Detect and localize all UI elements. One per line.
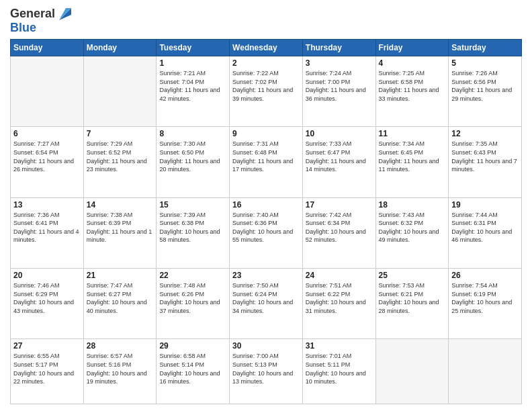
day-info: Sunset: 6:26 PM <box>159 290 226 299</box>
day-info: Daylight: 10 hours and 22 minutes. <box>13 369 81 386</box>
day-info: Sunrise: 7:30 AM <box>159 140 226 148</box>
day-info: Sunrise: 7:00 AM <box>232 352 300 361</box>
day-number: 7 <box>87 129 154 138</box>
day-number: 15 <box>159 200 226 210</box>
day-info: Daylight: 11 hours and 26 minutes. <box>13 157 81 174</box>
day-info: Sunset: 5:16 PM <box>87 361 154 369</box>
day-info: Daylight: 11 hours and 23 minutes. <box>87 157 154 174</box>
header: General Blue <box>10 7 522 35</box>
day-number: 25 <box>379 271 446 280</box>
day-number: 20 <box>13 271 81 280</box>
day-info: Sunrise: 6:55 AM <box>13 352 81 361</box>
weekday-header-friday: Friday <box>375 40 449 56</box>
calendar-cell: 9Sunrise: 7:31 AMSunset: 6:48 PMDaylight… <box>230 127 303 197</box>
calendar-cell: 4Sunrise: 7:25 AMSunset: 6:58 PMDaylight… <box>375 56 449 127</box>
week-row-2: 6Sunrise: 7:27 AMSunset: 6:54 PMDaylight… <box>11 127 522 197</box>
day-number: 16 <box>232 200 300 210</box>
day-info: Daylight: 10 hours and 37 minutes. <box>159 298 226 315</box>
day-info: Sunrise: 7:50 AM <box>232 281 300 290</box>
week-row-3: 13Sunrise: 7:36 AMSunset: 6:41 PMDayligh… <box>11 197 522 268</box>
calendar-cell: 23Sunrise: 7:50 AMSunset: 6:24 PMDayligh… <box>230 269 303 339</box>
week-row-1: 1Sunrise: 7:21 AMSunset: 7:04 PMDaylight… <box>11 56 522 127</box>
day-info: Daylight: 10 hours and 13 minutes. <box>232 369 300 386</box>
day-info: Daylight: 10 hours and 49 minutes. <box>379 228 446 244</box>
day-info: Sunrise: 7:24 AM <box>306 69 373 78</box>
calendar-cell: 29Sunrise: 6:58 AMSunset: 5:14 PMDayligh… <box>157 339 230 404</box>
day-number: 26 <box>451 271 519 280</box>
calendar-cell: 8Sunrise: 7:30 AMSunset: 6:50 PMDaylight… <box>157 127 230 197</box>
calendar-cell: 26Sunrise: 7:54 AMSunset: 6:19 PMDayligh… <box>449 269 522 339</box>
logo-general-text: General <box>10 7 55 21</box>
day-info: Sunrise: 7:43 AM <box>379 211 446 220</box>
calendar-cell: 31Sunrise: 7:01 AMSunset: 5:11 PMDayligh… <box>302 339 375 404</box>
day-number: 28 <box>87 341 154 351</box>
day-info: Sunrise: 7:01 AM <box>306 352 373 361</box>
calendar-cell: 10Sunrise: 7:33 AMSunset: 6:47 PMDayligh… <box>302 127 375 197</box>
day-info: Sunrise: 6:58 AM <box>159 352 226 361</box>
weekday-header-sunday: Sunday <box>11 40 84 56</box>
day-number: 1 <box>159 58 226 68</box>
logo: General Blue <box>10 7 71 35</box>
calendar-cell: 20Sunrise: 7:46 AMSunset: 6:29 PMDayligh… <box>11 269 84 339</box>
day-info: Daylight: 10 hours and 58 minutes. <box>159 228 226 244</box>
day-info: Daylight: 11 hours and 7 minutes. <box>451 157 519 174</box>
day-info: Sunset: 6:29 PM <box>13 290 81 299</box>
week-row-5: 27Sunrise: 6:55 AMSunset: 5:17 PMDayligh… <box>11 339 522 404</box>
calendar-cell: 12Sunrise: 7:35 AMSunset: 6:43 PMDayligh… <box>449 127 522 197</box>
calendar-cell <box>375 339 449 404</box>
day-info: Sunrise: 7:34 AM <box>379 140 446 148</box>
day-number: 19 <box>451 200 519 210</box>
day-info: Sunrise: 7:40 AM <box>232 211 300 220</box>
day-info: Daylight: 10 hours and 25 minutes. <box>451 298 519 315</box>
day-number: 4 <box>379 58 446 68</box>
day-info: Daylight: 10 hours and 46 minutes. <box>451 228 519 244</box>
logo-blue-text: Blue <box>10 21 36 35</box>
calendar-cell: 3Sunrise: 7:24 AMSunset: 7:00 PMDaylight… <box>302 56 375 127</box>
weekday-header-saturday: Saturday <box>449 40 522 56</box>
day-info: Daylight: 11 hours and 4 minutes. <box>13 228 81 244</box>
weekday-header-thursday: Thursday <box>302 40 375 56</box>
calendar: SundayMondayTuesdayWednesdayThursdayFrid… <box>10 39 522 404</box>
calendar-cell: 6Sunrise: 7:27 AMSunset: 6:54 PMDaylight… <box>11 127 84 197</box>
calendar-cell <box>449 339 522 404</box>
calendar-cell: 17Sunrise: 7:42 AMSunset: 6:34 PMDayligh… <box>302 197 375 268</box>
day-info: Sunrise: 7:54 AM <box>451 281 519 290</box>
calendar-cell: 15Sunrise: 7:39 AMSunset: 6:38 PMDayligh… <box>157 197 230 268</box>
day-info: Daylight: 10 hours and 55 minutes. <box>232 228 300 244</box>
weekday-header-monday: Monday <box>83 40 157 56</box>
day-info: Sunset: 6:21 PM <box>379 290 446 299</box>
day-info: Sunrise: 7:48 AM <box>159 281 226 290</box>
day-number: 27 <box>13 341 81 351</box>
calendar-cell: 2Sunrise: 7:22 AMSunset: 7:02 PMDaylight… <box>230 56 303 127</box>
day-info: Daylight: 11 hours and 17 minutes. <box>232 157 300 174</box>
weekday-header-row: SundayMondayTuesdayWednesdayThursdayFrid… <box>11 40 522 56</box>
day-info: Sunset: 6:41 PM <box>13 219 81 228</box>
day-info: Sunrise: 7:38 AM <box>87 211 154 220</box>
day-number: 24 <box>306 271 373 280</box>
day-info: Sunrise: 7:44 AM <box>451 211 519 220</box>
day-info: Daylight: 10 hours and 52 minutes. <box>306 228 373 244</box>
day-number: 8 <box>159 129 226 138</box>
day-info: Sunset: 6:56 PM <box>451 78 519 87</box>
day-info: Sunrise: 7:33 AM <box>306 140 373 148</box>
day-number: 21 <box>87 271 154 280</box>
calendar-cell: 22Sunrise: 7:48 AMSunset: 6:26 PMDayligh… <box>157 269 230 339</box>
day-info: Sunset: 6:19 PM <box>451 290 519 299</box>
day-info: Sunset: 6:27 PM <box>87 290 154 299</box>
day-info: Daylight: 11 hours and 11 minutes. <box>379 157 446 174</box>
day-info: Sunset: 6:32 PM <box>379 219 446 228</box>
calendar-cell <box>11 56 84 127</box>
calendar-cell: 30Sunrise: 7:00 AMSunset: 5:13 PMDayligh… <box>230 339 303 404</box>
day-info: Sunset: 6:24 PM <box>232 290 300 299</box>
day-info: Daylight: 10 hours and 10 minutes. <box>306 369 373 386</box>
day-info: Sunset: 6:43 PM <box>451 148 519 157</box>
calendar-cell: 27Sunrise: 6:55 AMSunset: 5:17 PMDayligh… <box>11 339 84 404</box>
day-number: 14 <box>87 200 154 210</box>
logo-icon <box>56 8 71 20</box>
day-info: Sunrise: 7:22 AM <box>232 69 300 78</box>
calendar-cell: 7Sunrise: 7:29 AMSunset: 6:52 PMDaylight… <box>83 127 157 197</box>
day-info: Sunset: 6:38 PM <box>159 219 226 228</box>
day-info: Sunset: 6:48 PM <box>232 148 300 157</box>
day-info: Sunset: 6:22 PM <box>306 290 373 299</box>
day-info: Sunset: 6:36 PM <box>232 219 300 228</box>
